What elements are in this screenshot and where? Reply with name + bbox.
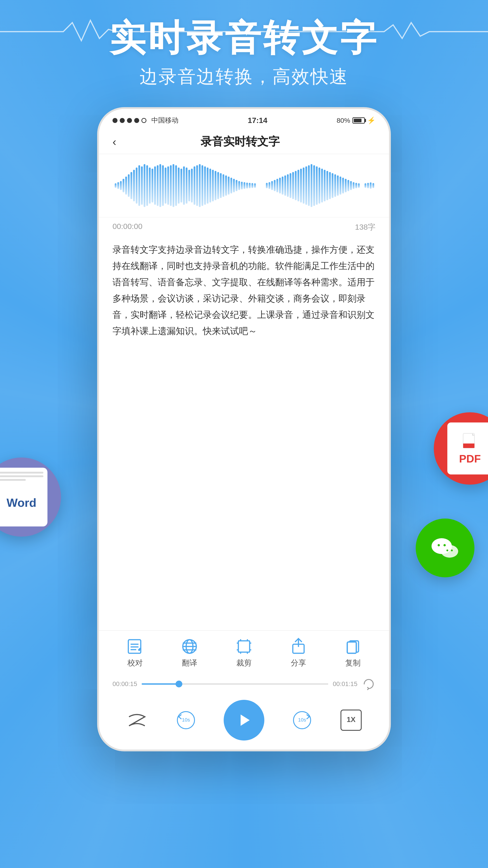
transcript-content: 录音转文字支持边录音边转文字，转换准确迅捷，操作方便，还支持在线翻译，同时也支持… <box>99 237 389 373</box>
svg-rect-76 <box>324 170 326 202</box>
speed-button[interactable]: 1X <box>340 709 362 732</box>
phone-container: 中国移动 17:14 80% ⚡ ‹ 录音实时转文字 <box>0 107 488 751</box>
svg-rect-67 <box>300 168 302 203</box>
svg-rect-22 <box>173 164 174 207</box>
svg-rect-72 <box>313 165 315 206</box>
svg-rect-42 <box>225 176 227 196</box>
svg-rect-50 <box>246 183 248 188</box>
svg-point-129 <box>447 550 448 551</box>
svg-rect-14 <box>152 168 153 203</box>
svg-rect-69 <box>305 166 307 205</box>
svg-rect-25 <box>181 168 182 203</box>
battery-fill <box>354 119 361 122</box>
player-end-time: 00:01:15 <box>333 680 357 688</box>
svg-rect-31 <box>196 165 198 206</box>
svg-rect-60 <box>282 177 284 195</box>
svg-text:10s: 10s <box>298 717 306 723</box>
signal-dot-5 <box>141 118 147 123</box>
word-line-1 <box>0 472 43 473</box>
svg-rect-51 <box>249 183 251 188</box>
svg-rect-28 <box>188 170 190 202</box>
svg-rect-74 <box>319 167 320 204</box>
svg-rect-53 <box>254 183 256 188</box>
loop-icon[interactable] <box>362 677 376 691</box>
svg-rect-75 <box>321 168 323 203</box>
main-title: 实时录音转文字 <box>0 18 488 58</box>
svg-rect-15 <box>154 166 156 205</box>
svg-rect-19 <box>165 167 166 204</box>
toolbar-item-copy[interactable]: 复制 <box>344 638 362 668</box>
word-label: Word <box>6 496 36 509</box>
svg-rect-103 <box>238 641 250 652</box>
svg-rect-16 <box>157 165 159 206</box>
svg-rect-84 <box>345 179 347 192</box>
signal-dot-1 <box>112 118 118 123</box>
svg-rect-12 <box>146 165 148 206</box>
signal-dot-2 <box>120 118 125 123</box>
svg-rect-68 <box>303 167 304 204</box>
svg-rect-114 <box>347 642 356 653</box>
svg-rect-88 <box>355 183 357 188</box>
svg-rect-87 <box>353 182 355 189</box>
svg-rect-56 <box>271 181 273 190</box>
toolbar-label-copy: 复制 <box>345 658 361 668</box>
svg-rect-89 <box>358 183 360 188</box>
svg-rect-58 <box>276 179 278 192</box>
svg-rect-71 <box>311 164 313 207</box>
forward-button[interactable]: 10s <box>291 709 313 732</box>
svg-rect-0 <box>115 183 117 188</box>
svg-rect-34 <box>204 166 206 205</box>
svg-rect-64 <box>292 172 294 199</box>
toolbar-label-share: 分享 <box>291 658 306 668</box>
pdf-label: PDF <box>459 453 481 465</box>
svg-rect-47 <box>238 181 240 190</box>
toolbar-item-edit[interactable]: 校对 <box>126 638 144 668</box>
edit-icon <box>126 638 144 655</box>
bottom-toolbar: 校对 翻译 <box>99 630 389 749</box>
svg-text:10s: 10s <box>182 717 190 723</box>
svg-rect-43 <box>228 177 230 195</box>
signal-dot-4 <box>134 118 139 123</box>
svg-rect-78 <box>329 172 331 199</box>
svg-rect-5 <box>128 174 130 197</box>
player-bar: 00:00:15 00:01:15 <box>99 673 389 695</box>
toolbar-item-translate[interactable]: 翻译 <box>181 638 199 668</box>
svg-rect-35 <box>207 167 208 204</box>
player-controls: 10s 10s <box>99 695 389 749</box>
svg-rect-4 <box>125 177 127 195</box>
waveform-svg <box>112 163 376 208</box>
play-button[interactable] <box>224 700 264 741</box>
toolbar-label-edit: 校对 <box>127 658 143 668</box>
pdf-badge: PDF <box>434 412 488 485</box>
svg-rect-41 <box>223 174 224 197</box>
svg-rect-81 <box>337 176 339 196</box>
phone-mockup: 中国移动 17:14 80% ⚡ ‹ 录音实时转文字 <box>97 107 391 751</box>
waveform-container <box>99 154 389 217</box>
svg-rect-9 <box>138 165 140 206</box>
svg-rect-93 <box>372 183 374 188</box>
svg-rect-73 <box>316 166 318 205</box>
svg-rect-32 <box>199 164 201 207</box>
toolbar-label-translate: 翻译 <box>182 658 197 668</box>
back-button[interactable]: ‹ <box>112 135 116 148</box>
svg-rect-77 <box>326 171 328 200</box>
shuffle-button[interactable] <box>126 709 148 732</box>
toolbar-item-share[interactable]: 分享 <box>289 638 307 668</box>
svg-rect-80 <box>334 174 336 197</box>
player-start-time: 00:00:15 <box>112 680 137 688</box>
svg-point-127 <box>437 544 440 546</box>
svg-rect-45 <box>233 179 235 192</box>
svg-rect-124 <box>463 443 475 448</box>
svg-point-130 <box>451 550 453 551</box>
toolbar-item-crop[interactable]: 裁剪 <box>235 638 253 668</box>
svg-rect-54 <box>266 183 268 188</box>
wechat-icon <box>427 530 463 566</box>
svg-point-128 <box>444 544 446 546</box>
nav-bar: ‹ 录音实时转文字 <box>99 129 389 154</box>
rewind-button[interactable]: 10s <box>175 709 197 732</box>
svg-rect-3 <box>123 179 125 192</box>
status-left: 中国移动 <box>112 116 178 125</box>
svg-rect-59 <box>279 178 281 193</box>
player-slider-track[interactable] <box>142 683 328 685</box>
header: 实时录音转文字 边录音边转换，高效快速 <box>0 0 488 89</box>
